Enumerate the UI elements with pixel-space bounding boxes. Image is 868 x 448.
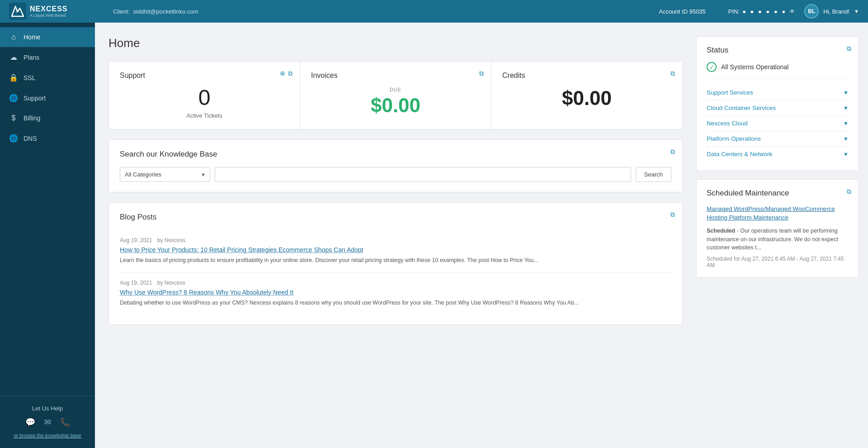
invoices-card: Invoices ⧉ DUE $0.00	[300, 62, 491, 129]
status-card-title: Status	[707, 46, 849, 55]
header-pin: PIN: ● ● ● ● ● ● 👁	[728, 8, 795, 15]
credits-external-icon[interactable]: ⧉	[670, 70, 675, 77]
page-title: Home	[108, 36, 683, 50]
chat-icon[interactable]: 💬	[25, 417, 35, 427]
ssl-icon: 🔒	[9, 73, 18, 82]
blog-post-2-title[interactable]: Why Use WordPress? 8 Reasons Why You Abs…	[120, 289, 671, 296]
knowledge-base-external-icon[interactable]: ⧉	[670, 148, 675, 156]
sidebar-item-plans-label: Plans	[24, 54, 39, 61]
blog-post-2-meta: Aug 19, 2021 by Nexcess	[120, 280, 671, 286]
blog-post-1-meta: Aug 19, 2021 by Nexcess	[120, 237, 671, 243]
header-right: BL Hi, Brand! ▼	[804, 4, 859, 19]
sidebar-item-support-label: Support	[24, 95, 46, 102]
sidebar-item-billing[interactable]: $ Billing	[0, 108, 95, 128]
sidebar-item-dns[interactable]: 🌐 DNS	[0, 128, 95, 148]
blog-posts-section: Blog Posts ⧉ Aug 19, 2021 by Nexcess How…	[108, 202, 683, 325]
blog-post-1-title[interactable]: How to Price Your Products: 10 Retail Pr…	[120, 246, 671, 253]
maintenance-external-icon[interactable]: ⧉	[847, 188, 851, 195]
header-client-info: Client: siddhit@pocketlinko.com	[113, 8, 650, 15]
status-item-platform-ops[interactable]: Platform Operations ▼	[707, 131, 849, 147]
sidebar-item-ssl[interactable]: 🔒 SSL	[0, 67, 95, 88]
blog-external-icon[interactable]: ⧉	[670, 211, 675, 219]
right-panel: Status ⧉ ✓ All Systems Operational Suppo…	[696, 23, 868, 448]
phone-icon[interactable]: 📞	[60, 417, 70, 427]
browse-knowledge-link[interactable]: or browse the knowledge base	[14, 433, 81, 438]
email-icon[interactable]: ✉	[44, 417, 51, 427]
blog-post-2-excerpt: Debating whether to use WordPress as you…	[120, 299, 671, 307]
category-select-wrap: All Categories Hosting WordPress Email S…	[120, 167, 210, 182]
sidebar-item-support[interactable]: 🌐 Support	[0, 88, 95, 108]
invoices-external-icon[interactable]: ⧉	[479, 70, 484, 77]
greeting-chevron-icon[interactable]: ▼	[854, 9, 859, 14]
blog-post-2: Aug 19, 2021 by Nexcess Why Use WordPres…	[120, 272, 671, 315]
maintenance-description: Scheduled - Our operations team will be …	[707, 227, 849, 252]
top-header: NEXCESS A Liquid Web Brand Client: siddh…	[0, 0, 868, 23]
credits-amount: $0.00	[502, 87, 671, 110]
status-item-cloud-container[interactable]: Cloud Container Services ▼	[707, 100, 849, 116]
support-add-icon[interactable]: ⊕	[280, 70, 285, 77]
logo-name: NEXCESS	[30, 5, 67, 13]
support-card-icons: ⊕ ⧉	[280, 70, 292, 77]
status-support-services-label: Support Services	[707, 89, 753, 96]
maintenance-bold-label: Scheduled	[707, 228, 735, 234]
invoices-card-icons: ⧉	[479, 70, 484, 77]
logo-area: NEXCESS A Liquid Web Brand	[9, 3, 104, 20]
sidebar-item-home-label: Home	[24, 33, 40, 41]
sidebar-footer: Let Us Help 💬 ✉ 📞 or browse the knowledg…	[0, 396, 95, 448]
category-select[interactable]: All Categories Hosting WordPress Email S…	[120, 167, 210, 182]
all-systems-status: ✓ All Systems Operational	[707, 62, 849, 79]
status-item-data-centers[interactable]: Data Centers & Network ▼	[707, 147, 849, 162]
sidebar-item-dns-label: DNS	[24, 135, 37, 142]
credits-card: Credits ⧉ $0.00	[491, 62, 682, 129]
status-platform-ops-label: Platform Operations	[707, 135, 761, 142]
maintenance-link[interactable]: Managed WordPress/Managed WooCommerce Ho…	[707, 205, 849, 222]
status-external-icon[interactable]: ⧉	[847, 45, 851, 52]
nexcess-logo-icon	[9, 3, 26, 20]
support-card-title: Support	[120, 71, 289, 80]
logo-text: NEXCESS A Liquid Web Brand	[30, 5, 67, 18]
blog-post-1-excerpt: Learn the basics of pricing products to …	[120, 256, 671, 265]
content-area: Home Support ⊕ ⧉ 0 Active Tickets Invoic…	[95, 23, 696, 448]
knowledge-base-title: Search our Knowledge Base	[120, 150, 671, 159]
sidebar-nav: ⌂ Home ☁ Plans 🔒 SSL 🌐 Support $ Billing…	[0, 23, 95, 396]
credits-card-title: Credits	[502, 71, 671, 80]
status-platform-ops-chevron: ▼	[843, 136, 849, 142]
invoices-due-label: DUE	[311, 87, 480, 92]
all-systems-text: All Systems Operational	[721, 63, 788, 71]
search-button[interactable]: Search	[636, 167, 671, 182]
maintenance-title: Scheduled Maintenance	[707, 189, 849, 198]
logo-sub: A Liquid Web Brand	[30, 13, 67, 18]
credits-card-icons: ⧉	[670, 70, 675, 77]
support-external-icon[interactable]: ⧉	[288, 70, 292, 77]
search-input[interactable]	[215, 167, 631, 182]
pin-toggle-icon[interactable]: 👁	[789, 8, 795, 15]
header-greeting: Hi, Brand!	[823, 8, 849, 15]
cards-row: Support ⊕ ⧉ 0 Active Tickets Invoices ⧉ …	[108, 61, 683, 129]
header-account-id: Account ID 95035	[659, 8, 705, 15]
invoices-amount: $0.00	[311, 94, 480, 117]
sidebar-footer-icons: 💬 ✉ 📞	[9, 417, 86, 427]
status-nexcess-cloud-label: Nexcess Cloud	[707, 120, 748, 127]
status-ok-icon: ✓	[707, 62, 717, 72]
knowledge-base-section: Search our Knowledge Base ⧉ All Categori…	[108, 139, 683, 192]
maintenance-schedule: Scheduled for Aug 27, 2021 6:45 AM - Aug…	[707, 256, 849, 268]
status-cloud-container-chevron: ▼	[843, 105, 849, 111]
support-card: Support ⊕ ⧉ 0 Active Tickets	[109, 62, 300, 129]
dns-icon: 🌐	[9, 134, 18, 143]
sidebar-item-plans[interactable]: ☁ Plans	[0, 47, 95, 67]
support-icon: 🌐	[9, 94, 18, 102]
blog-post-1: Aug 19, 2021 by Nexcess How to Price You…	[120, 230, 671, 272]
status-item-support-services[interactable]: Support Services ▼	[707, 85, 849, 100]
sidebar-footer-title: Let Us Help	[9, 405, 86, 412]
invoices-card-title: Invoices	[311, 71, 480, 80]
avatar[interactable]: BL	[804, 4, 819, 19]
home-icon: ⌂	[9, 33, 18, 41]
sidebar-item-home[interactable]: ⌂ Home	[0, 27, 95, 47]
blog-posts-title: Blog Posts	[120, 213, 671, 222]
status-item-nexcess-cloud[interactable]: Nexcess Cloud ▼	[707, 116, 849, 131]
main-layout: ⌂ Home ☁ Plans 🔒 SSL 🌐 Support $ Billing…	[0, 23, 868, 448]
search-row: All Categories Hosting WordPress Email S…	[120, 167, 671, 182]
plans-icon: ☁	[9, 53, 18, 62]
status-data-centers-chevron: ▼	[843, 151, 849, 157]
support-ticket-label: Active Tickets	[120, 112, 289, 119]
